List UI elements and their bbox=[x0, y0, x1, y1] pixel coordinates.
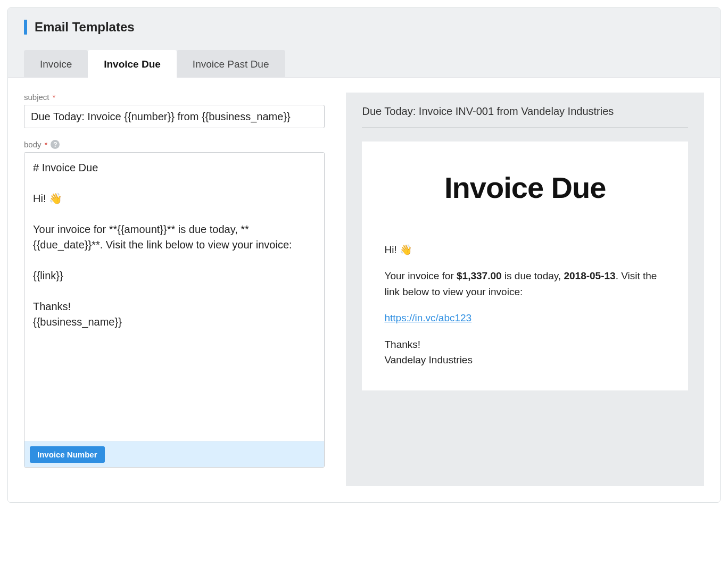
tab-invoice[interactable]: Invoice bbox=[24, 50, 88, 78]
preview-text: is due today, bbox=[502, 270, 564, 281]
preview-thanks: Thanks! bbox=[384, 339, 420, 350]
preview-column: Due Today: Invoice INV-001 from Vandelay… bbox=[335, 78, 720, 502]
preview-signature: Vandelay Industries bbox=[384, 354, 472, 365]
preview-due-date: 2018-05-13 bbox=[564, 270, 615, 281]
suggestion-chip-invoice-number[interactable]: Invoice Number bbox=[30, 446, 105, 463]
tabs: Invoice Invoice Due Invoice Past Due bbox=[24, 49, 704, 77]
editor-column: subject* body* ? Invoice Number bbox=[8, 78, 335, 502]
body-label-row: body* ? bbox=[24, 140, 325, 149]
body-label: body bbox=[24, 140, 42, 149]
title-accent-bar bbox=[24, 20, 27, 35]
tab-invoice-past-due[interactable]: Invoice Past Due bbox=[177, 50, 285, 78]
panel-body: subject* body* ? Invoice Number Due Toda… bbox=[8, 77, 720, 502]
preview-subject: Due Today: Invoice INV-001 from Vandelay… bbox=[362, 105, 688, 118]
preview-signoff: Thanks! Vandelay Industries bbox=[384, 337, 666, 368]
subject-label-row: subject* bbox=[24, 93, 325, 102]
preview-heading: Invoice Due bbox=[384, 170, 666, 205]
preview-paragraph: Your invoice for $1,337.00 is due today,… bbox=[384, 268, 666, 299]
preview-link[interactable]: https://in.vc/abc123 bbox=[384, 312, 471, 323]
required-marker: * bbox=[53, 93, 56, 102]
preview-text: Your invoice for bbox=[384, 270, 457, 281]
tab-invoice-due[interactable]: Invoice Due bbox=[88, 50, 177, 78]
page-title: Email Templates bbox=[35, 20, 135, 35]
preview-greeting: Hi! 👋 bbox=[384, 242, 666, 257]
preview-divider bbox=[362, 127, 688, 128]
panel-header: Email Templates Invoice Invoice Due Invo… bbox=[8, 8, 720, 77]
preview-body: Hi! 👋 Your invoice for $1,337.00 is due … bbox=[384, 242, 666, 368]
title-row: Email Templates bbox=[24, 20, 704, 35]
body-textarea[interactable] bbox=[24, 153, 324, 440]
preview-link-row: https://in.vc/abc123 bbox=[384, 310, 666, 326]
required-marker: * bbox=[45, 140, 48, 149]
subject-input[interactable] bbox=[24, 105, 325, 128]
email-templates-panel: Email Templates Invoice Invoice Due Invo… bbox=[7, 7, 721, 503]
preview-amount: $1,337.00 bbox=[457, 270, 502, 281]
preview-frame: Due Today: Invoice INV-001 from Vandelay… bbox=[346, 93, 704, 486]
suggestion-bar: Invoice Number bbox=[24, 442, 324, 467]
preview-card: Invoice Due Hi! 👋 Your invoice for $1,33… bbox=[362, 141, 688, 390]
body-field-wrapper: Invoice Number bbox=[24, 152, 325, 468]
help-icon[interactable]: ? bbox=[51, 140, 60, 149]
subject-label: subject bbox=[24, 93, 49, 102]
